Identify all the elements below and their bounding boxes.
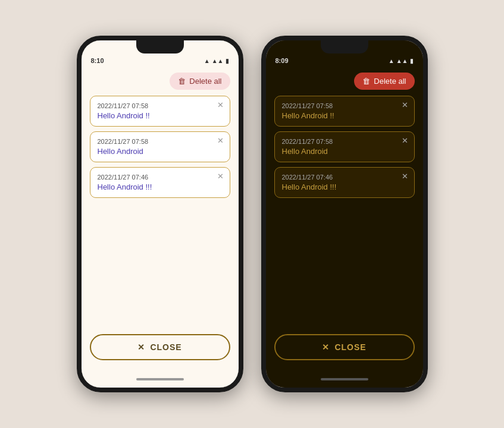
- notification-text-1: Hello Android: [282, 147, 407, 156]
- close-button[interactable]: ✕ CLOSE: [90, 334, 230, 360]
- status-bar: 8:09 ▲ ▲▲ ▮: [266, 40, 423, 68]
- delete-all-button[interactable]: Delete all: [354, 73, 414, 90]
- notification-item-2[interactable]: ✕ 2022/11/27 07:46 Hello Android !!!: [274, 167, 415, 198]
- notification-item-1[interactable]: ✕ 2022/11/27 07:58 Hello Android: [274, 131, 415, 162]
- notification-item-2[interactable]: ✕ 2022/11/27 07:46 Hello Android !!!: [90, 167, 230, 198]
- delete-all-label: Delete all: [189, 77, 221, 86]
- phone-device-light: 8:10 ▲ ▲▲ ▮ Delete all: [77, 36, 243, 392]
- notification-time-2: 2022/11/27 07:46: [282, 174, 407, 181]
- battery-icon: ▮: [226, 58, 229, 64]
- signal-icon: ▲▲: [396, 58, 408, 64]
- home-bar[interactable]: [321, 378, 368, 380]
- status-icons: ▲ ▲▲ ▮: [204, 58, 229, 64]
- notification-text-2: Hello Android !!!: [282, 182, 407, 191]
- wifi-icon: ▲: [389, 58, 395, 64]
- phone-screen: 8:09 ▲ ▲▲ ▮ Delete all: [266, 40, 423, 388]
- phone-light: 8:10 ▲ ▲▲ ▮ Delete all: [77, 36, 243, 392]
- notification-time-0: 2022/11/27 07:58: [98, 102, 223, 109]
- notification-item-0[interactable]: ✕ 2022/11/27 07:58 Hello Android !!: [274, 96, 415, 127]
- signal-icon: ▲▲: [212, 58, 224, 64]
- close-label: CLOSE: [150, 342, 181, 352]
- volume-up-button[interactable]: [261, 100, 262, 118]
- notification-close-1[interactable]: ✕: [217, 137, 224, 144]
- notification-close-0[interactable]: ✕: [402, 101, 408, 109]
- delete-all-button[interactable]: Delete all: [170, 73, 230, 90]
- notification-item-1[interactable]: ✕ 2022/11/27 07:58 Hello Android: [90, 131, 230, 162]
- notification-time-1: 2022/11/27 07:58: [282, 138, 407, 145]
- volume-down-button[interactable]: [77, 127, 77, 144]
- home-indicator: [266, 370, 423, 388]
- notification-time-2: 2022/11/27 07:46: [98, 174, 223, 181]
- phone-screen: 8:10 ▲ ▲▲ ▮ Delete all: [82, 40, 239, 388]
- status-time: 8:10: [91, 57, 104, 64]
- wifi-icon: ▲: [204, 58, 210, 64]
- home-indicator: [82, 370, 239, 388]
- notification-text-1: Hello Android: [98, 147, 223, 156]
- notification-text-2: Hello Android !!!: [98, 182, 223, 191]
- delete-all-label: Delete all: [374, 77, 406, 86]
- close-x-icon: ✕: [137, 342, 145, 352]
- battery-icon: ▮: [410, 58, 414, 64]
- notification-text-0: Hello Android !!: [282, 111, 407, 120]
- notification-item-0[interactable]: ✕ 2022/11/27 07:58 Hello Android !!: [90, 96, 230, 127]
- notification-text-0: Hello Android !!: [98, 111, 223, 120]
- phone-dark: 8:09 ▲ ▲▲ ▮ Delete all: [261, 36, 428, 392]
- close-button[interactable]: ✕ CLOSE: [274, 334, 415, 360]
- content-area: Delete all ✕ 2022/11/27 07:58 Hello Andr…: [266, 68, 423, 329]
- notification-close-2[interactable]: ✕: [217, 172, 224, 180]
- power-button[interactable]: [427, 106, 428, 139]
- trash-icon: [178, 77, 186, 86]
- notification-close-0[interactable]: ✕: [217, 101, 224, 109]
- bottom-bar: ✕ CLOSE: [266, 329, 423, 370]
- notification-time-1: 2022/11/27 07:58: [98, 138, 223, 145]
- close-label: CLOSE: [334, 342, 366, 352]
- status-time: 8:09: [276, 57, 289, 64]
- volume-down-button[interactable]: [261, 127, 262, 144]
- bottom-bar: ✕ CLOSE: [82, 329, 239, 370]
- home-bar[interactable]: [136, 378, 184, 380]
- notification-list: ✕ 2022/11/27 07:58 Hello Android !! ✕ 20…: [274, 96, 415, 323]
- power-button[interactable]: [243, 106, 243, 139]
- status-bar: 8:10 ▲ ▲▲ ▮: [82, 40, 239, 68]
- notification-time-0: 2022/11/27 07:58: [282, 102, 407, 109]
- notification-list: ✕ 2022/11/27 07:58 Hello Android !! ✕ 20…: [90, 96, 230, 323]
- volume-up-button[interactable]: [77, 100, 77, 118]
- close-x-icon: ✕: [322, 342, 330, 352]
- trash-icon: [362, 77, 370, 86]
- notification-close-1[interactable]: ✕: [402, 137, 408, 144]
- notification-close-2[interactable]: ✕: [402, 172, 408, 180]
- content-area: Delete all ✕ 2022/11/27 07:58 Hello Andr…: [82, 68, 239, 329]
- phone-device-dark: 8:09 ▲ ▲▲ ▮ Delete all: [261, 36, 428, 392]
- status-icons: ▲ ▲▲ ▮: [389, 58, 414, 64]
